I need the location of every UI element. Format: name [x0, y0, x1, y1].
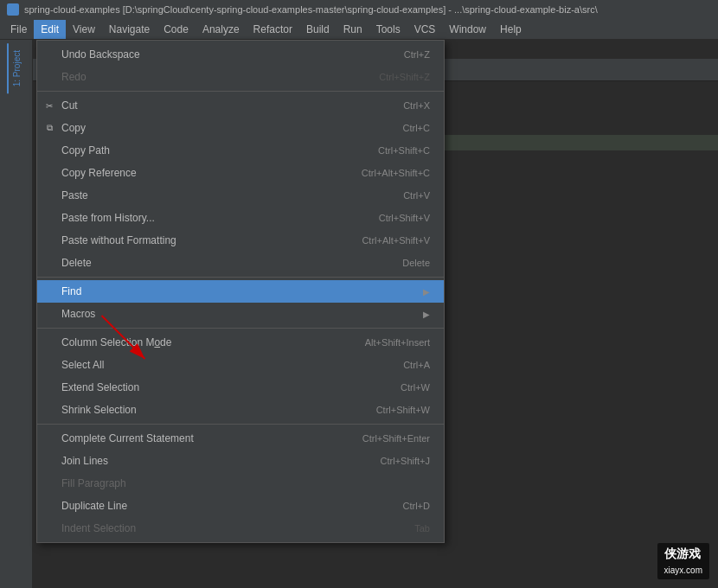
menu-item-run[interactable]: Run	[337, 20, 369, 39]
menu-section-code: Complete Current Statement Ctrl+Shift+En…	[37, 425, 444, 542]
edit-dropdown-menu: Undo Backspace Ctrl+Z Redo Ctrl+Shift+Z …	[36, 40, 445, 543]
complete-statement-shortcut: Ctrl+Shift+Enter	[362, 433, 430, 444]
menu-item-macros[interactable]: Macros ▶	[37, 303, 444, 325]
menu-item-navigate[interactable]: Navigate	[102, 20, 157, 39]
menu-bar: FileEditViewNavigateCodeAnalyzeRefactorB…	[0, 19, 718, 40]
menu-section-clipboard: ✂ Cut Ctrl+X ⧉ Copy Ctrl+C Copy Path Ctr…	[37, 92, 444, 278]
menu-item-paste-no-format[interactable]: Paste without Formatting Ctrl+Alt+Shift+…	[37, 229, 444, 252]
menu-item-build[interactable]: Build	[299, 20, 337, 39]
menu-item-indent-selection[interactable]: Indent Selection Tab	[37, 517, 444, 540]
copy-reference-label: Copy Reference	[61, 167, 362, 179]
delete-label: Delete	[61, 257, 402, 269]
delete-shortcut: Delete	[402, 258, 430, 268]
column-selection-shortcut: Alt+Shift+Insert	[365, 337, 430, 348]
menu-item-duplicate-line[interactable]: Duplicate Line Ctrl+D	[37, 495, 444, 517]
undo-shortcut: Ctrl+Z	[404, 49, 430, 60]
duplicate-line-shortcut: Ctrl+D	[403, 501, 430, 511]
copy-path-shortcut: Ctrl+Shift+C	[378, 145, 430, 156]
join-lines-shortcut: Ctrl+Shift+J	[381, 456, 430, 466]
macros-label: Macros	[61, 308, 416, 320]
copy-label: Copy	[61, 122, 403, 134]
menu-item-join-lines[interactable]: Join Lines Ctrl+Shift+J	[37, 450, 444, 472]
select-all-label: Select All	[61, 359, 403, 371]
title-bar: spring-cloud-examples [D:\springCloud\ce…	[0, 0, 718, 19]
menu-section-find: Find ▶ Macros ▶	[37, 278, 444, 329]
column-selection-label: Column Selection Mode	[61, 336, 365, 348]
extend-selection-shortcut: Ctrl+W	[401, 382, 430, 393]
select-all-shortcut: Ctrl+A	[403, 360, 430, 370]
cut-icon: ✂	[42, 99, 56, 112]
sidebar-tab-project[interactable]: 1: Project	[7, 43, 25, 93]
shrink-selection-label: Shrink Selection	[61, 404, 376, 416]
cut-shortcut: Ctrl+X	[403, 100, 430, 111]
paste-label: Paste	[61, 189, 403, 201]
menu-item-select-all[interactable]: Select All Ctrl+A	[37, 354, 444, 376]
macros-arrow-icon: ▶	[423, 310, 430, 319]
undo-label: Undo Backspace	[61, 48, 404, 61]
indent-selection-shortcut: Tab	[414, 523, 430, 534]
find-arrow-icon: ▶	[423, 287, 430, 297]
menu-item-code[interactable]: Code	[157, 20, 196, 39]
title-text: spring-cloud-examples [D:\springCloud\ce…	[24, 4, 598, 15]
menu-item-view[interactable]: View	[66, 20, 102, 39]
paste-history-label: Paste from History...	[61, 212, 379, 224]
duplicate-line-label: Duplicate Line	[61, 500, 403, 512]
extend-selection-label: Extend Selection	[61, 381, 401, 393]
menu-item-vcs[interactable]: VCS	[407, 20, 443, 39]
complete-statement-label: Complete Current Statement	[61, 432, 362, 444]
menu-section-undo: Undo Backspace Ctrl+Z Redo Ctrl+Shift+Z	[37, 41, 444, 92]
menu-item-find[interactable]: Find ▶	[37, 280, 444, 303]
menu-item-refactor[interactable]: Refactor	[247, 20, 299, 39]
menu-item-extend-selection[interactable]: Extend Selection Ctrl+W	[37, 376, 444, 399]
menu-item-complete-statement[interactable]: Complete Current Statement Ctrl+Shift+En…	[37, 427, 444, 450]
copy-path-label: Copy Path	[61, 144, 378, 157]
menu-item-paste-history[interactable]: Paste from History... Ctrl+Shift+V	[37, 207, 444, 229]
menu-item-paste[interactable]: Paste Ctrl+V	[37, 184, 444, 207]
fill-paragraph-label: Fill Paragraph	[61, 477, 430, 489]
menu-item-file[interactable]: File	[3, 20, 34, 39]
menu-item-copy-path[interactable]: Copy Path Ctrl+Shift+C	[37, 139, 444, 162]
copy-shortcut: Ctrl+C	[403, 123, 430, 133]
paste-no-format-label: Paste without Formatting	[61, 234, 362, 246]
menu-item-delete[interactable]: Delete Delete	[37, 252, 444, 274]
shrink-selection-shortcut: Ctrl+Shift+W	[376, 405, 430, 415]
app-icon	[7, 3, 19, 16]
menu-item-copy[interactable]: ⧉ Copy Ctrl+C	[37, 117, 444, 139]
join-lines-label: Join Lines	[61, 455, 381, 467]
indent-selection-label: Indent Selection	[61, 522, 414, 534]
menu-item-cut[interactable]: ✂ Cut Ctrl+X	[37, 94, 444, 117]
menu-item-redo[interactable]: Redo Ctrl+Shift+Z	[37, 66, 444, 88]
menu-item-column-selection[interactable]: Column Selection Mode Alt+Shift+Insert	[37, 331, 444, 354]
redo-shortcut: Ctrl+Shift+Z	[379, 72, 430, 82]
menu-item-copy-reference[interactable]: Copy Reference Ctrl+Alt+Shift+C	[37, 162, 444, 184]
redo-label: Redo	[61, 71, 379, 83]
copy-icon: ⧉	[42, 121, 56, 135]
menu-item-shrink-selection[interactable]: Shrink Selection Ctrl+Shift+W	[37, 399, 444, 421]
paste-shortcut: Ctrl+V	[403, 190, 430, 201]
menu-item-window[interactable]: Window	[442, 20, 493, 39]
menu-section-selection: Column Selection Mode Alt+Shift+Insert S…	[37, 329, 444, 425]
copy-reference-shortcut: Ctrl+Alt+Shift+C	[362, 168, 430, 178]
menu-item-undo[interactable]: Undo Backspace Ctrl+Z	[37, 43, 444, 66]
watermark: 侠游戏xiayx.com	[657, 543, 709, 579]
cut-label: Cut	[61, 99, 403, 112]
paste-no-format-shortcut: Ctrl+Alt+Shift+V	[362, 235, 430, 246]
menu-item-help[interactable]: Help	[493, 20, 529, 39]
menu-item-tools[interactable]: Tools	[369, 20, 407, 39]
paste-history-shortcut: Ctrl+Shift+V	[379, 213, 430, 223]
menu-item-fill-paragraph[interactable]: Fill Paragraph	[37, 472, 444, 495]
sidebar: 1: Project	[0, 40, 33, 588]
menu-item-analyze[interactable]: Analyze	[196, 20, 247, 39]
find-label: Find	[61, 285, 416, 297]
menu-item-edit[interactable]: Edit	[34, 20, 66, 39]
